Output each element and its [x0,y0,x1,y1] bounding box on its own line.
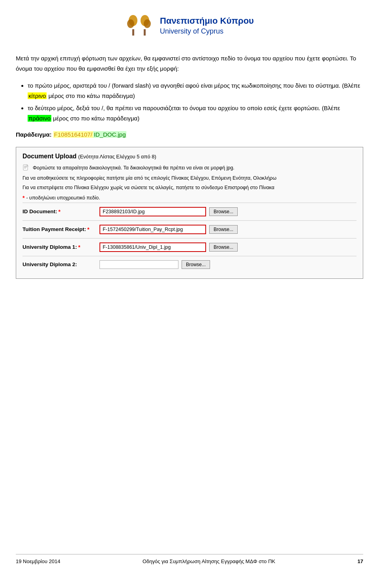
form-row-diploma1: University Diploma 1: * F-1308835861/Uni… [23,238,356,256]
field-label-id-document: ID Document: * [23,209,96,215]
document-icon [23,164,30,171]
form-row-tuition: Tuition Payment Receipt: * F-1572450299/… [23,220,356,238]
svg-rect-5 [144,29,146,36]
example-green-part: ID_DOC.jpg [93,131,127,138]
required-star-tuition: * [87,226,89,233]
field-input-area-tuition: F-1572450299/Tuition_Pay_Rcpt.jpg Browse… [99,225,356,234]
svg-rect-9 [24,168,26,168]
required-star-id: * [58,209,60,215]
university-name-greek: Πανεπιστήμιο Κύπρου [160,15,254,27]
page-footer: 19 Νοεμβρίου 2014 Οδηγός για Συμπλήρωση … [16,554,363,564]
svg-rect-7 [24,166,27,166]
university-logo-icon [125,12,153,39]
svg-point-4 [144,19,151,28]
bullet-item-2: το δεύτερο μέρος, δεξιά του /, θα πρέπει… [28,103,363,123]
upload-info-text-3: Για να επιστρέψετε στο Πίνακα Ελέγχου χω… [23,184,356,192]
field-label-tuition: Tuition Payment Receipt: * [23,226,96,233]
required-star-diploma1: * [78,244,80,250]
page-header: Πανεπιστήμιο Κύπρου University of Cyprus [16,12,363,39]
instructions-list: το πρώτο μέρος, αριστερά του / (forward … [16,81,363,123]
document-upload-box: Document Upload (Ενότητα Λίστας Ελέγχου … [16,147,363,279]
browse-button-id-document[interactable]: Browse... [209,207,238,216]
file-text-diploma2[interactable] [99,260,178,269]
bullet-item-1: το πρώτο μέρος, αριστερά του / (forward … [28,81,363,101]
file-text-diploma1[interactable]: F-1308835861/Univ_Dipl_1.jpg [99,242,206,252]
browse-button-tuition[interactable]: Browse... [209,225,238,234]
field-input-area-diploma2: Browse... [99,260,356,269]
main-content: Μετά την αρχική επιτυχή φόρτωση των αρχε… [16,53,363,554]
field-label-diploma1: University Diploma 1: * [23,244,96,250]
browse-button-diploma1[interactable]: Browse... [209,243,238,252]
example-yellow-part: F1085164107/ [53,131,93,138]
file-text-id-document[interactable]: F238892103/ID.jpg [99,207,206,216]
file-input-row-tuition: F-1572450299/Tuition_Pay_Rcpt.jpg Browse… [99,225,356,234]
svg-point-1 [127,19,134,28]
file-input-row-diploma2: Browse... [99,260,356,269]
field-label-diploma2: University Diploma 2: [23,261,96,267]
footer-page-number: 17 [358,558,363,564]
file-input-row-id: F238892103/ID.jpg Browse... [99,207,356,216]
example-line: Παράδειγμα: F1085164107/ID_DOC.jpg [16,130,363,140]
intro-paragraph: Μετά την αρχική επιτυχή φόρτωση των αρχε… [16,53,363,73]
upload-box-title: Document Upload (Ενότητα Λίστας Ελέγχου … [23,153,356,160]
form-row-id-document: ID Document: * F238892103/ID.jpg Browse.… [23,203,356,220]
required-note: * - υποδηλώνει υποχρεωτικό πεδίο. [23,195,356,201]
svg-rect-8 [24,167,27,167]
upload-form-fields: ID Document: * F238892103/ID.jpg Browse.… [23,203,356,273]
file-input-row-diploma1: F-1308835861/Univ_Dipl_1.jpg Browse... [99,242,356,252]
highlight-green-1: πράσινο [28,115,51,122]
svg-rect-2 [132,29,134,36]
required-star-icon: * [23,195,24,201]
file-text-tuition[interactable]: F-1572450299/Tuition_Pay_Rcpt.jpg [99,225,206,234]
university-name-english: University of Cyprus [160,27,254,36]
footer-date: 19 Νοεμβρίου 2014 [16,558,60,564]
upload-info-text-2: Για να αποθηκεύσετε τις πληροφορίες πατή… [23,174,356,182]
field-input-area-id: F238892103/ID.jpg Browse... [99,207,356,216]
footer-title: Οδηγός για Συμπλήρωση Αίτησης Εγγραφής Μ… [143,558,275,564]
browse-button-diploma2[interactable]: Browse... [182,260,210,269]
form-row-diploma2: University Diploma 2: Browse... [23,256,356,273]
university-name: Πανεπιστήμιο Κύπρου University of Cyprus [160,15,254,36]
field-input-area-diploma1: F-1308835861/Univ_Dipl_1.jpg Browse... [99,242,356,252]
upload-info-row-1: Φορτώστε τα απαραίτητα δικαιολογητικά. Τ… [23,164,356,172]
highlight-yellow-1: κίτρινο [28,92,47,99]
